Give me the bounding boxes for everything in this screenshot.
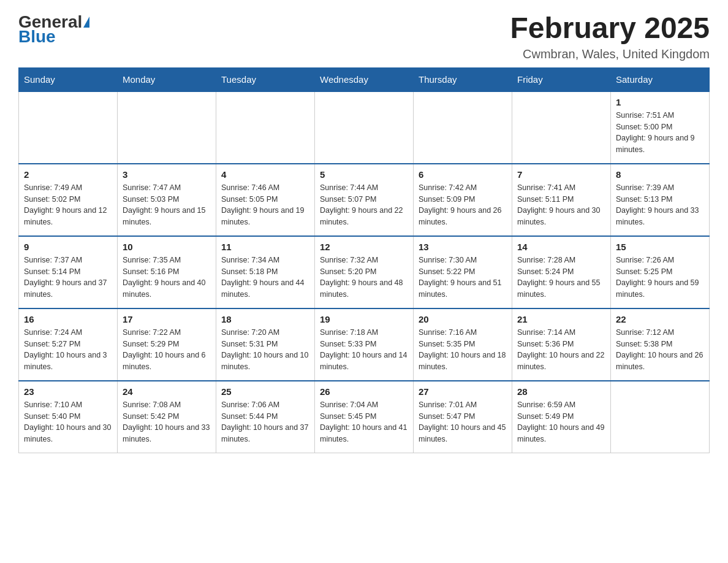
weekday-header-tuesday: Tuesday (216, 67, 315, 91)
logo: General Blue (18, 12, 89, 47)
logo-blue-text: Blue (18, 27, 56, 47)
calendar-cell: 13Sunrise: 7:30 AM Sunset: 5:22 PM Dayli… (414, 236, 512, 308)
day-number: 26 (320, 386, 408, 397)
calendar-cell: 21Sunrise: 7:14 AM Sunset: 5:36 PM Dayli… (512, 308, 611, 381)
day-info: Sunrise: 7:28 AM Sunset: 5:24 PM Dayligh… (517, 255, 605, 301)
day-number: 18 (221, 314, 309, 324)
day-number: 6 (419, 169, 507, 180)
calendar-cell: 5Sunrise: 7:44 AM Sunset: 5:07 PM Daylig… (315, 164, 414, 236)
day-number: 13 (419, 242, 507, 252)
day-info: Sunrise: 7:41 AM Sunset: 5:11 PM Dayligh… (517, 182, 605, 228)
day-info: Sunrise: 7:47 AM Sunset: 5:03 PM Dayligh… (123, 182, 211, 228)
day-info: Sunrise: 7:06 AM Sunset: 5:44 PM Dayligh… (221, 399, 309, 445)
calendar-cell: 23Sunrise: 7:10 AM Sunset: 5:40 PM Dayli… (19, 381, 118, 453)
day-info: Sunrise: 7:34 AM Sunset: 5:18 PM Dayligh… (221, 255, 309, 301)
weekday-header-monday: Monday (118, 67, 216, 91)
calendar-cell: 25Sunrise: 7:06 AM Sunset: 5:44 PM Dayli… (216, 381, 315, 453)
weekday-header-saturday: Saturday (611, 67, 710, 91)
calendar-cell: 17Sunrise: 7:22 AM Sunset: 5:29 PM Dayli… (118, 308, 216, 381)
calendar-cell: 27Sunrise: 7:01 AM Sunset: 5:47 PM Dayli… (414, 381, 512, 453)
day-info: Sunrise: 7:44 AM Sunset: 5:07 PM Dayligh… (320, 182, 408, 228)
day-number: 22 (616, 314, 704, 324)
calendar-header-row: SundayMondayTuesdayWednesdayThursdayFrid… (19, 67, 710, 91)
calendar-cell: 6Sunrise: 7:42 AM Sunset: 5:09 PM Daylig… (414, 164, 512, 236)
calendar-cell: 7Sunrise: 7:41 AM Sunset: 5:11 PM Daylig… (512, 164, 611, 236)
calendar-week-row-4: 16Sunrise: 7:24 AM Sunset: 5:27 PM Dayli… (19, 308, 710, 381)
day-info: Sunrise: 7:51 AM Sunset: 5:00 PM Dayligh… (616, 110, 704, 156)
calendar-cell: 9Sunrise: 7:37 AM Sunset: 5:14 PM Daylig… (19, 236, 118, 308)
day-number: 5 (320, 169, 408, 180)
day-number: 24 (123, 386, 211, 397)
day-info: Sunrise: 7:08 AM Sunset: 5:42 PM Dayligh… (123, 399, 211, 445)
day-number: 23 (24, 386, 112, 397)
day-number: 10 (123, 242, 211, 252)
day-number: 7 (517, 169, 605, 180)
day-info: Sunrise: 7:04 AM Sunset: 5:45 PM Dayligh… (320, 399, 408, 445)
day-info: Sunrise: 7:20 AM Sunset: 5:31 PM Dayligh… (221, 327, 309, 373)
calendar-cell (118, 91, 216, 164)
day-info: Sunrise: 7:42 AM Sunset: 5:09 PM Dayligh… (419, 182, 507, 228)
day-info: Sunrise: 7:30 AM Sunset: 5:22 PM Dayligh… (419, 255, 507, 301)
title-section: February 2025 Cwmbran, Wales, United Kin… (510, 12, 710, 61)
calendar-cell (216, 91, 315, 164)
page-header: General Blue February 2025 Cwmbran, Wale… (18, 12, 710, 61)
location-label: Cwmbran, Wales, United Kingdom (510, 47, 710, 61)
day-info: Sunrise: 7:10 AM Sunset: 5:40 PM Dayligh… (24, 399, 112, 445)
day-info: Sunrise: 7:26 AM Sunset: 5:25 PM Dayligh… (616, 255, 704, 301)
calendar-cell: 28Sunrise: 6:59 AM Sunset: 5:49 PM Dayli… (512, 381, 611, 453)
day-number: 28 (517, 386, 605, 397)
weekday-header-wednesday: Wednesday (315, 67, 414, 91)
day-number: 11 (221, 242, 309, 252)
calendar-cell (19, 91, 118, 164)
calendar-cell (611, 381, 710, 453)
calendar-cell: 24Sunrise: 7:08 AM Sunset: 5:42 PM Dayli… (118, 381, 216, 453)
day-number: 12 (320, 242, 408, 252)
day-info: Sunrise: 7:22 AM Sunset: 5:29 PM Dayligh… (123, 327, 211, 373)
day-info: Sunrise: 7:46 AM Sunset: 5:05 PM Dayligh… (221, 182, 309, 228)
calendar-table: SundayMondayTuesdayWednesdayThursdayFrid… (18, 67, 710, 453)
day-info: Sunrise: 7:16 AM Sunset: 5:35 PM Dayligh… (419, 327, 507, 373)
calendar-cell: 26Sunrise: 7:04 AM Sunset: 5:45 PM Dayli… (315, 381, 414, 453)
day-info: Sunrise: 7:24 AM Sunset: 5:27 PM Dayligh… (24, 327, 112, 373)
calendar-cell: 1Sunrise: 7:51 AM Sunset: 5:00 PM Daylig… (611, 91, 710, 164)
calendar-cell: 20Sunrise: 7:16 AM Sunset: 5:35 PM Dayli… (414, 308, 512, 381)
calendar-cell (512, 91, 611, 164)
calendar-cell: 10Sunrise: 7:35 AM Sunset: 5:16 PM Dayli… (118, 236, 216, 308)
calendar-cell: 14Sunrise: 7:28 AM Sunset: 5:24 PM Dayli… (512, 236, 611, 308)
weekday-header-sunday: Sunday (19, 67, 118, 91)
day-number: 25 (221, 386, 309, 397)
calendar-cell: 2Sunrise: 7:49 AM Sunset: 5:02 PM Daylig… (19, 164, 118, 236)
weekday-header-thursday: Thursday (414, 67, 512, 91)
day-number: 1 (616, 97, 704, 107)
day-info: Sunrise: 7:18 AM Sunset: 5:33 PM Dayligh… (320, 327, 408, 373)
weekday-header-friday: Friday (512, 67, 611, 91)
day-number: 14 (517, 242, 605, 252)
calendar-cell: 18Sunrise: 7:20 AM Sunset: 5:31 PM Dayli… (216, 308, 315, 381)
calendar-cell (315, 91, 414, 164)
day-number: 16 (24, 314, 112, 324)
calendar-week-row-3: 9Sunrise: 7:37 AM Sunset: 5:14 PM Daylig… (19, 236, 710, 308)
month-title: February 2025 (510, 12, 710, 45)
day-number: 19 (320, 314, 408, 324)
calendar-cell (414, 91, 512, 164)
day-info: Sunrise: 7:49 AM Sunset: 5:02 PM Dayligh… (24, 182, 112, 228)
calendar-cell: 11Sunrise: 7:34 AM Sunset: 5:18 PM Dayli… (216, 236, 315, 308)
calendar-cell: 16Sunrise: 7:24 AM Sunset: 5:27 PM Dayli… (19, 308, 118, 381)
day-info: Sunrise: 7:35 AM Sunset: 5:16 PM Dayligh… (123, 255, 211, 301)
day-number: 17 (123, 314, 211, 324)
calendar-cell: 3Sunrise: 7:47 AM Sunset: 5:03 PM Daylig… (118, 164, 216, 236)
calendar-cell: 19Sunrise: 7:18 AM Sunset: 5:33 PM Dayli… (315, 308, 414, 381)
day-info: Sunrise: 7:37 AM Sunset: 5:14 PM Dayligh… (24, 255, 112, 301)
day-info: Sunrise: 7:39 AM Sunset: 5:13 PM Dayligh… (616, 182, 704, 228)
day-number: 2 (24, 169, 112, 180)
day-info: Sunrise: 7:01 AM Sunset: 5:47 PM Dayligh… (419, 399, 507, 445)
day-number: 9 (24, 242, 112, 252)
day-number: 15 (616, 242, 704, 252)
day-info: Sunrise: 6:59 AM Sunset: 5:49 PM Dayligh… (517, 399, 605, 445)
calendar-cell: 15Sunrise: 7:26 AM Sunset: 5:25 PM Dayli… (611, 236, 710, 308)
day-number: 20 (419, 314, 507, 324)
day-info: Sunrise: 7:12 AM Sunset: 5:38 PM Dayligh… (616, 327, 704, 373)
calendar-cell: 8Sunrise: 7:39 AM Sunset: 5:13 PM Daylig… (611, 164, 710, 236)
day-number: 4 (221, 169, 309, 180)
day-number: 3 (123, 169, 211, 180)
